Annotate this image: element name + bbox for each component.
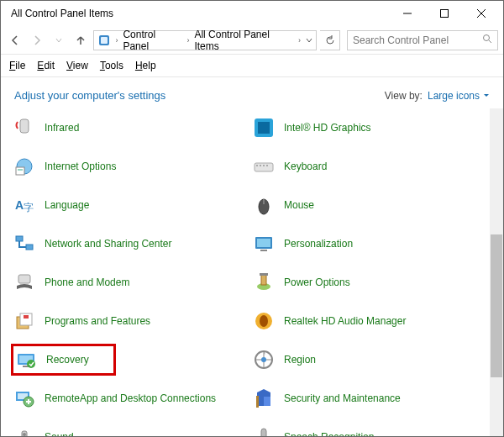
svg-rect-46	[256, 396, 259, 408]
svg-rect-17	[263, 165, 265, 166]
item-label: Mouse	[284, 199, 314, 211]
svg-text:字: 字	[24, 202, 34, 213]
item-label: Region	[284, 354, 316, 366]
svg-rect-1	[441, 10, 449, 18]
content: InfraredIntel® HD GraphicsInternet Optio…	[1, 108, 503, 436]
scrollbar-thumb[interactable]	[491, 234, 502, 377]
item-label: Recovery	[46, 354, 89, 366]
svg-rect-5	[101, 37, 108, 44]
control-panel-item[interactable]: Keyboard	[252, 152, 488, 181]
up-button[interactable]	[71, 31, 90, 50]
close-button[interactable]	[463, 2, 500, 25]
viewby-dropdown[interactable]: Large icons	[428, 90, 490, 102]
svg-rect-16	[260, 165, 261, 166]
search-input[interactable]: Search Control Panel	[347, 30, 498, 50]
control-panel-item[interactable]: A字Language	[13, 191, 249, 219]
item-label: Realtek HD Audio Manager	[284, 315, 406, 327]
svg-rect-15	[256, 165, 258, 166]
control-panel-icon	[97, 34, 110, 47]
control-panel-item[interactable]: Phone and Modem	[13, 268, 249, 297]
control-panel-item[interactable]: Recovery	[13, 345, 114, 374]
svg-rect-23	[16, 236, 23, 241]
control-panel-item[interactable]: Mouse	[252, 191, 488, 219]
remoteapp-icon	[13, 387, 36, 410]
back-button[interactable]	[6, 31, 24, 50]
maximize-button[interactable]	[426, 2, 463, 25]
svg-point-40	[27, 360, 35, 368]
security-icon	[252, 387, 276, 410]
svg-rect-14	[255, 163, 273, 171]
control-panel-item[interactable]: Programs and Features	[13, 307, 249, 335]
sound-icon	[13, 425, 36, 436]
control-panel-item[interactable]: Network and Sharing Center	[13, 229, 249, 258]
infrared-icon	[13, 116, 36, 140]
address-bar[interactable]: › Control Panel › All Control Panel Item…	[93, 30, 317, 50]
scrollbar[interactable]	[490, 108, 503, 436]
item-label: Security and Maintenance	[284, 392, 401, 404]
svg-line-7	[489, 40, 491, 43]
svg-point-48	[23, 433, 26, 436]
recent-dropdown[interactable]	[50, 31, 68, 50]
minimize-button[interactable]	[389, 2, 426, 25]
svg-rect-50	[261, 429, 266, 436]
item-label: Intel® HD Graphics	[284, 122, 371, 134]
breadcrumb-item[interactable]: Control Panel	[123, 29, 181, 52]
svg-rect-10	[258, 122, 270, 134]
item-label: Personalization	[284, 238, 353, 250]
svg-rect-30	[261, 275, 266, 285]
viewby-label: View by:	[385, 90, 423, 102]
item-label: Speech Recognition	[284, 431, 374, 436]
refresh-button[interactable]	[320, 30, 340, 50]
menu-tools[interactable]: Tools	[100, 60, 123, 71]
language-icon: A字	[13, 193, 36, 217]
svg-rect-28	[18, 275, 30, 283]
svg-text:A: A	[15, 198, 24, 212]
menubar: File Edit View Tools Help	[1, 55, 503, 77]
chevron-down-icon	[483, 92, 490, 99]
forward-button[interactable]	[28, 31, 46, 50]
window: All Control Panel Items › Control Panel …	[0, 0, 504, 437]
breadcrumb-item[interactable]: All Control Panel Items	[194, 29, 293, 52]
item-label: Power Options	[284, 276, 350, 288]
speech-icon	[252, 425, 276, 436]
control-panel-item[interactable]: Infrared	[13, 113, 249, 142]
svg-rect-34	[24, 315, 29, 319]
region-icon	[252, 348, 276, 371]
control-panel-item[interactable]: Intel® HD Graphics	[252, 113, 488, 142]
item-label: RemoteApp and Desktop Connections	[45, 392, 216, 404]
control-panel-item[interactable]: RemoteApp and Desktop Connections	[13, 384, 249, 413]
header: Adjust your computer's settings View by:…	[1, 77, 503, 108]
control-panel-item[interactable]: Sound	[13, 423, 249, 436]
programs-icon	[13, 309, 36, 333]
control-panel-item[interactable]: Speech Recognition	[252, 423, 488, 436]
item-label: Infrared	[45, 122, 79, 134]
chevron-right-icon: ›	[298, 36, 301, 45]
items-grid: InfraredIntel® HD GraphicsInternet Optio…	[1, 108, 503, 436]
phone-icon	[13, 271, 36, 294]
network-icon	[13, 232, 36, 255]
svg-rect-8	[20, 119, 29, 133]
control-panel-item[interactable]: Internet Options	[13, 152, 249, 181]
svg-point-42	[261, 357, 266, 362]
window-title: All Control Panel Items	[8, 8, 389, 19]
address-dropdown[interactable]	[306, 34, 312, 46]
menu-help[interactable]: Help	[135, 60, 156, 71]
menu-edit[interactable]: Edit	[37, 60, 55, 71]
inetopt-icon	[13, 155, 36, 178]
menu-file[interactable]: File	[9, 60, 25, 71]
svg-rect-24	[26, 245, 33, 250]
item-label: Network and Sharing Center	[45, 238, 171, 250]
control-panel-item[interactable]: Power Options	[252, 268, 488, 297]
item-label: Phone and Modem	[45, 276, 129, 288]
control-panel-item[interactable]: Security and Maintenance	[252, 384, 488, 413]
page-title: Adjust your computer's settings	[14, 89, 385, 102]
navbar: › Control Panel › All Control Panel Item…	[1, 26, 503, 55]
chevron-right-icon: ›	[186, 36, 189, 45]
control-panel-item[interactable]: Realtek HD Audio Manager	[252, 307, 488, 335]
chevron-right-icon: ›	[115, 36, 118, 45]
menu-view[interactable]: View	[66, 60, 88, 71]
control-panel-item[interactable]: Region	[252, 345, 488, 374]
control-panel-item[interactable]: Personalization	[252, 229, 488, 258]
search-icon	[482, 34, 492, 46]
item-label: Language	[45, 199, 89, 211]
